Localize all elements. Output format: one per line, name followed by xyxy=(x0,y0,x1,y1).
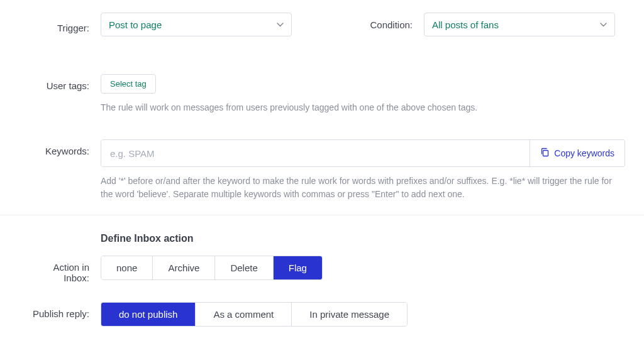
keywords-input[interactable] xyxy=(101,140,530,166)
copy-icon xyxy=(540,148,549,159)
condition-value: All posts of fans xyxy=(432,19,499,30)
user-tags-label: User tags: xyxy=(25,74,101,91)
action-in-inbox-label: Action in Inbox: xyxy=(25,256,101,283)
trigger-value: Post to page xyxy=(109,19,162,30)
keywords-row: Keywords: Copy keywords Add '*' before o… xyxy=(0,139,644,201)
chevron-down-icon xyxy=(277,20,284,29)
action-archive-button[interactable]: Archive xyxy=(153,256,215,279)
action-flag-button[interactable]: Flag xyxy=(274,256,322,279)
section-divider xyxy=(0,215,644,215)
chevron-down-icon xyxy=(600,20,607,29)
action-none-button[interactable]: none xyxy=(101,256,153,279)
keywords-label: Keywords: xyxy=(25,139,101,156)
action-in-inbox-row: Action in Inbox: none Archive Delete Fla… xyxy=(0,256,644,283)
user-tags-row: User tags: Select tag The rule will work… xyxy=(0,74,644,114)
trigger-dropdown[interactable]: Post to page xyxy=(101,13,292,36)
publish-pm-button[interactable]: In private message xyxy=(292,303,407,326)
trigger-label: Trigger: xyxy=(25,16,101,33)
publish-button-group: do not publish As a comment In private m… xyxy=(101,302,408,327)
publish-reply-label: Publish reply: xyxy=(25,302,101,319)
action-button-group: none Archive Delete Flag xyxy=(101,256,323,280)
condition-label: Condition: xyxy=(342,19,424,30)
define-inbox-action-heading: Define Inbox action xyxy=(101,233,625,244)
condition-dropdown[interactable]: All posts of fans xyxy=(424,13,615,36)
publish-reply-row: Publish reply: do not publish As a comme… xyxy=(0,302,644,327)
copy-keywords-label: Copy keywords xyxy=(554,148,614,158)
keywords-help: Add '*' before or/and after the keyword … xyxy=(101,175,625,201)
publish-none-button[interactable]: do not publish xyxy=(101,303,196,326)
copy-keywords-button[interactable]: Copy keywords xyxy=(530,140,625,166)
keywords-input-wrap: Copy keywords xyxy=(101,139,625,167)
svg-rect-0 xyxy=(543,151,548,156)
trigger-condition-row: Trigger: Post to page Condition: All pos… xyxy=(0,0,644,36)
user-tags-help: The rule will work on messages from user… xyxy=(101,101,625,114)
action-delete-button[interactable]: Delete xyxy=(215,256,273,279)
select-tag-button[interactable]: Select tag xyxy=(101,74,156,94)
publish-comment-button[interactable]: As a comment xyxy=(196,303,292,326)
